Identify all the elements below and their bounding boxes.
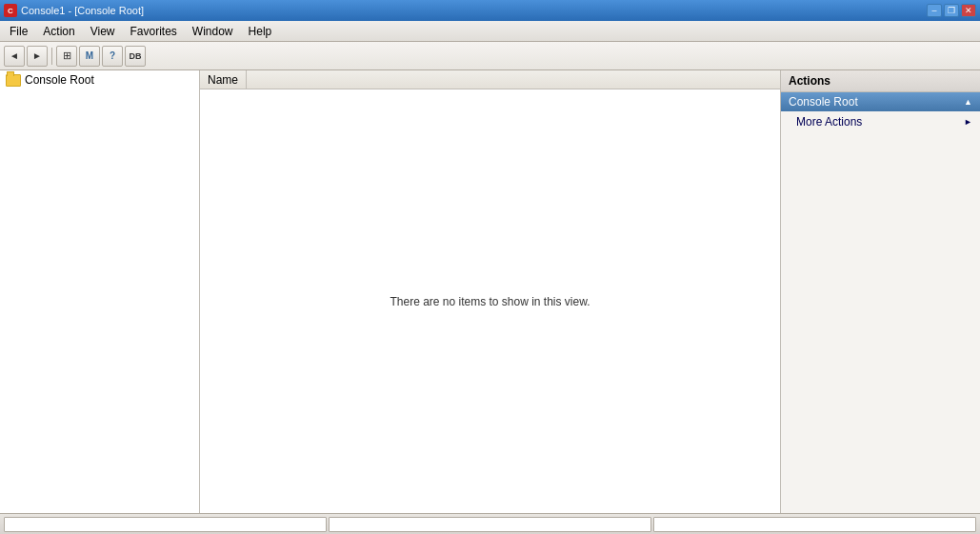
title-bar: C Console1 - [Console Root] – ❐ ✕ [0,0,980,21]
forward-button[interactable]: ► [27,46,48,67]
toolbar-separator-1 [51,48,52,65]
menu-help[interactable]: Help [241,23,280,40]
submenu-arrow-icon: ► [964,117,972,127]
show-hide-tree-button[interactable]: ⊞ [56,46,77,67]
menu-favorites[interactable]: Favorites [123,23,185,40]
status-segment-3 [653,517,976,532]
main-layout: Console Root Name There are no items to … [0,70,980,513]
folder-icon [6,74,21,87]
help-button[interactable]: ? [102,46,123,67]
app-icon: C [4,4,17,17]
collapse-icon: ▲ [964,97,972,107]
actions-item-label: More Actions [796,115,862,129]
status-segment-2 [329,517,651,532]
menu-view[interactable]: View [83,23,123,40]
menu-window[interactable]: Window [185,23,241,40]
tree-item-console-root[interactable]: Console Root [0,70,199,89]
toolbar: ◄ ► ⊞ M ? DB [0,42,980,70]
status-bar [0,513,980,534]
title-bar-controls: – ❐ ✕ [927,4,976,17]
menu-bar: File Action View Favorites Window Help [0,21,980,42]
back-button[interactable]: ◄ [4,46,25,67]
actions-section-label: Console Root [789,95,858,109]
empty-message: There are no items to show in this view. [390,295,590,308]
restore-button[interactable]: ❐ [944,4,959,17]
center-panel: Name There are no items to show in this … [200,70,780,513]
minimize-button[interactable]: – [927,4,942,17]
window-title: Console1 - [Console Root] [21,5,144,16]
left-panel: Console Root [0,70,200,513]
list-content: There are no items to show in this view. [200,89,780,513]
status-segment-1 [4,517,327,532]
actions-section-console-root[interactable]: Console Root ▲ [781,92,980,111]
close-button[interactable]: ✕ [961,4,976,17]
actions-header: Actions [781,70,980,92]
toolbar-btn-2[interactable]: M [79,46,100,67]
menu-file[interactable]: File [2,23,35,40]
actions-item-more-actions[interactable]: More Actions ► [781,111,980,132]
column-name: Name [200,70,247,89]
tree-item-label: Console Root [25,73,94,87]
toolbar-btn-db[interactable]: DB [125,46,146,67]
menu-action[interactable]: Action [35,23,82,40]
right-panel: Actions Console Root ▲ More Actions ► [780,70,980,513]
list-header: Name [200,70,780,89]
title-bar-left: C Console1 - [Console Root] [4,4,144,17]
